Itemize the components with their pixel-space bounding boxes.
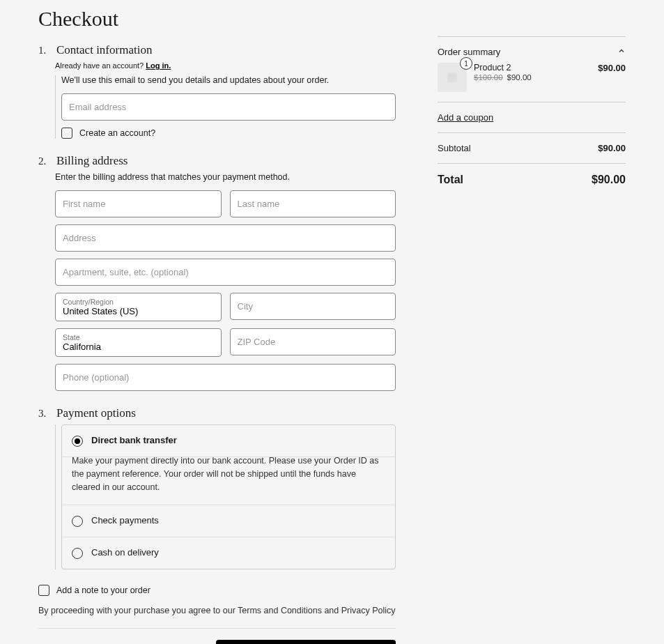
email-field[interactable] xyxy=(61,93,396,121)
payment-desc-direct-bank: Make your payment directly into our bank… xyxy=(62,454,395,505)
payment-option-check[interactable]: Check payments xyxy=(62,505,395,537)
radio-check[interactable] xyxy=(72,516,83,527)
payment-step: 3. Payment options Direct bank transfer … xyxy=(38,406,396,569)
phone-field[interactable] xyxy=(55,364,396,391)
city-field[interactable] xyxy=(230,293,396,320)
state-value: California xyxy=(63,342,101,352)
svg-rect-0 xyxy=(447,72,457,82)
contact-step: 1. Contact information Already have an a… xyxy=(38,43,396,139)
contact-title: Contact information xyxy=(56,43,152,57)
payment-label-check: Check payments xyxy=(91,515,159,526)
step-number-3: 3. xyxy=(38,408,47,420)
chevron-up-icon[interactable] xyxy=(617,47,626,57)
divider xyxy=(38,628,396,629)
order-summary-title: Order summary xyxy=(438,47,500,57)
line-total: $90.00 xyxy=(598,63,626,73)
subtotal-value: $90.00 xyxy=(598,143,626,153)
payment-options-box: Direct bank transfer Make your payment d… xyxy=(61,424,396,569)
state-label: State xyxy=(63,333,214,342)
billing-help: Enter the billing address that matches y… xyxy=(55,172,396,182)
last-name-field[interactable] xyxy=(230,190,396,217)
billing-step: 2. Billing address Enter the billing add… xyxy=(38,154,396,391)
order-item: 1 Product 2 $100.00$90.00 $90.00 xyxy=(438,63,626,92)
payment-title: Payment options xyxy=(56,406,136,420)
radio-direct-bank[interactable] xyxy=(72,436,83,447)
product-orig-price: $100.00 xyxy=(474,73,503,82)
create-account-label: Create an account? xyxy=(79,128,155,138)
contact-help: We'll use this email to send you details… xyxy=(61,75,396,85)
address-field[interactable] xyxy=(55,224,396,252)
step-number-2: 2. xyxy=(38,155,47,167)
radio-cod[interactable] xyxy=(72,548,83,559)
payment-label-direct-bank: Direct bank transfer xyxy=(91,435,177,445)
place-order-button[interactable]: Place Order xyxy=(216,640,396,644)
add-coupon-link[interactable]: Add a coupon xyxy=(438,112,493,123)
payment-option-direct-bank[interactable]: Direct bank transfer xyxy=(62,425,395,457)
svg-point-1 xyxy=(449,75,451,77)
qty-badge: 1 xyxy=(460,57,472,70)
login-prompt: Already have an account? Log in. xyxy=(55,61,396,70)
billing-title: Billing address xyxy=(56,154,128,168)
step-number-1: 1. xyxy=(38,45,47,56)
product-name: Product 2 xyxy=(474,63,591,72)
apartment-field[interactable] xyxy=(55,259,396,286)
product-thumbnail: 1 xyxy=(438,63,467,92)
login-link[interactable]: Log in. xyxy=(146,61,171,70)
add-note-checkbox[interactable] xyxy=(38,585,49,596)
payment-option-cod[interactable]: Cash on delivery xyxy=(62,537,395,569)
first-name-field[interactable] xyxy=(55,190,222,217)
zip-field[interactable] xyxy=(230,328,396,355)
already-account-text: Already have an account? xyxy=(55,61,146,70)
total-label: Total xyxy=(438,174,463,186)
subtotal-label: Subtotal xyxy=(438,143,471,153)
create-account-checkbox[interactable] xyxy=(61,128,72,139)
order-summary-sidebar: Order summary 1 Product 2 $100.00$90.00 … xyxy=(438,36,626,644)
page-title: Checkout xyxy=(38,7,396,31)
product-sale-price: $90.00 xyxy=(507,73,532,82)
country-select[interactable]: Country/Region United States (US) xyxy=(55,293,222,321)
country-label: Country/Region xyxy=(63,298,214,306)
payment-label-cod: Cash on delivery xyxy=(91,547,159,558)
total-value: $90.00 xyxy=(592,174,626,186)
state-select[interactable]: State California xyxy=(55,328,222,357)
terms-text: By proceeding with your purchase you agr… xyxy=(38,606,396,615)
add-note-label: Add a note to your order xyxy=(56,585,150,595)
country-value: United States (US) xyxy=(63,306,138,316)
